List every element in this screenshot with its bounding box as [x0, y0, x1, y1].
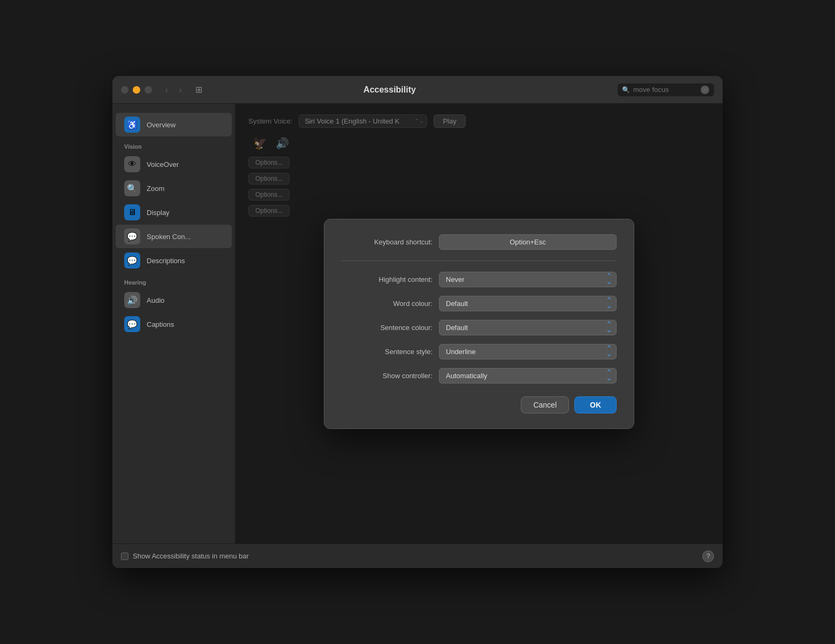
help-button[interactable]: ?: [702, 550, 714, 562]
sidebar-label-audio: Audio: [147, 296, 164, 304]
word-colour-select[interactable]: Default: [439, 296, 617, 311]
sidebar: ♿ Overview Vision 👁 VoiceOver 🔍 Zoom 🖥 D…: [112, 104, 236, 543]
modal-highlight-row: Highlight content: Never ⌃⌄: [341, 272, 617, 287]
modal-sentence-style-row: Sentence style: Underline ⌃⌄: [341, 344, 617, 359]
main-window: ‹ › ⊞ Accessibility 🔍 ✕ ♿ Overview Visio…: [112, 76, 723, 568]
search-input[interactable]: [633, 86, 697, 94]
sidebar-item-spoken-content[interactable]: 💬 Spoken Con...: [116, 225, 232, 248]
titlebar: ‹ › ⊞ Accessibility 🔍 ✕: [112, 76, 723, 104]
modal-show-controller-row: Show controller: Automatically ⌃⌄: [341, 368, 617, 384]
audio-icon: 🔊: [124, 292, 140, 308]
sidebar-item-display[interactable]: 🖥 Display: [116, 201, 232, 224]
main-content: System Voice: Siri Voice 1 (English - Un…: [236, 104, 723, 543]
highlight-content-wrapper[interactable]: Never ⌃⌄: [439, 272, 617, 287]
ok-button[interactable]: OK: [574, 396, 617, 413]
show-controller-label: Show controller:: [341, 372, 432, 380]
modal-word-colour-row: Word colour: Default ⌃⌄: [341, 296, 617, 311]
sidebar-label-zoom: Zoom: [147, 185, 164, 193]
bottom-bar: Show Accessibility status in menu bar ?: [112, 543, 723, 568]
sentence-colour-wrapper[interactable]: Default ⌃⌄: [439, 320, 617, 335]
sidebar-label-voiceover: VoiceOver: [147, 160, 179, 168]
section-header-vision: Vision: [112, 137, 235, 152]
close-button[interactable]: [121, 86, 128, 94]
captions-icon: 💬: [124, 316, 140, 332]
keyboard-shortcut-value: Option+Esc: [439, 234, 617, 250]
zoom-icon: 🔍: [124, 180, 140, 196]
word-colour-label: Word colour:: [341, 300, 432, 308]
status-checkbox-wrapper[interactable]: Show Accessibility status in menu bar: [121, 552, 249, 560]
search-icon: 🔍: [622, 86, 630, 94]
sentence-colour-select[interactable]: Default: [439, 320, 617, 335]
word-colour-wrapper[interactable]: Default ⌃⌄: [439, 296, 617, 311]
spoken-content-icon: 💬: [124, 228, 140, 244]
minimize-button[interactable]: [133, 86, 140, 94]
keyboard-shortcut-label: Keyboard shortcut:: [341, 238, 432, 246]
sidebar-label-descriptions: Descriptions: [147, 257, 185, 265]
modal-sentence-colour-row: Sentence colour: Default ⌃⌄: [341, 320, 617, 335]
maximize-button[interactable]: [145, 86, 152, 94]
sidebar-label-captions: Captions: [147, 320, 174, 328]
sidebar-item-zoom[interactable]: 🔍 Zoom: [116, 177, 232, 200]
sidebar-item-audio[interactable]: 🔊 Audio: [116, 288, 232, 312]
modal-buttons: Cancel OK: [341, 396, 617, 413]
sentence-style-label: Sentence style:: [341, 348, 432, 356]
sidebar-item-overview[interactable]: ♿ Overview: [116, 113, 232, 136]
content-area: ♿ Overview Vision 👁 VoiceOver 🔍 Zoom 🖥 D…: [112, 104, 723, 543]
window-title: Accessibility: [168, 85, 611, 95]
sidebar-item-captions[interactable]: 💬 Captions: [116, 312, 232, 336]
sentence-style-wrapper[interactable]: Underline ⌃⌄: [439, 344, 617, 359]
sidebar-label-overview: Overview: [147, 121, 176, 129]
modal-divider: [341, 260, 617, 261]
search-bar[interactable]: 🔍 ✕: [618, 83, 714, 96]
sidebar-label-spoken-content: Spoken Con...: [147, 233, 191, 241]
modal-dialog: Keyboard shortcut: Option+Esc Highlight …: [324, 219, 634, 429]
sentence-colour-label: Sentence colour:: [341, 324, 432, 332]
sentence-style-select[interactable]: Underline: [439, 344, 617, 359]
status-checkbox[interactable]: [121, 553, 128, 560]
highlight-content-label: Highlight content:: [341, 275, 432, 283]
overview-icon: ♿: [124, 117, 140, 133]
cancel-button[interactable]: Cancel: [521, 396, 569, 413]
traffic-lights: [121, 86, 152, 94]
descriptions-icon: 💬: [124, 252, 140, 269]
sidebar-label-display: Display: [147, 209, 170, 217]
show-controller-select[interactable]: Automatically: [439, 368, 617, 384]
sidebar-item-voiceover[interactable]: 👁 VoiceOver: [116, 152, 232, 176]
highlight-content-select[interactable]: Never: [439, 272, 617, 287]
voiceover-icon: 👁: [124, 156, 140, 172]
modal-overlay: Keyboard shortcut: Option+Esc Highlight …: [236, 104, 723, 543]
sidebar-item-descriptions[interactable]: 💬 Descriptions: [116, 249, 232, 272]
status-checkbox-label: Show Accessibility status in menu bar: [133, 552, 249, 560]
search-clear-button[interactable]: ✕: [701, 86, 709, 94]
show-controller-wrapper[interactable]: Automatically ⌃⌄: [439, 368, 617, 384]
modal-keyboard-row: Keyboard shortcut: Option+Esc: [341, 234, 617, 250]
section-header-hearing: Hearing: [112, 273, 235, 288]
display-icon: 🖥: [124, 204, 140, 220]
